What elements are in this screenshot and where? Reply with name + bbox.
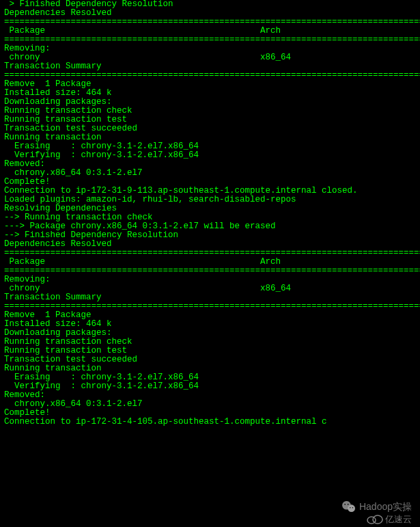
output-line: Verifying : chrony-3.1-2.el7.x86_64 [4, 151, 420, 160]
wechat-watermark: Hadoop实操 [341, 500, 412, 513]
cloud-icon [366, 513, 384, 524]
output-line: Dependencies Resolved [4, 9, 420, 18]
svg-point-7 [373, 515, 382, 524]
separator-line: ========================================… [4, 267, 420, 275]
separator-line: ========================================… [4, 36, 420, 44]
output-line: Connection to ip-172-31-4-105.ap-southea… [4, 418, 420, 427]
wechat-label: Hadoop实操 [359, 502, 412, 511]
output-line: chrony.x86_64 0:3.1-2.el7 [4, 169, 420, 178]
wechat-icon [341, 500, 356, 513]
output-line: chrony.x86_64 0:3.1-2.el7 [4, 400, 420, 409]
brand-watermark: 亿速云 [366, 513, 412, 524]
output-line: Transaction Summary [4, 62, 420, 71]
output-line: Verifying : chrony-3.1-2.el7.x86_64 [4, 382, 420, 391]
terminal-output: > Finished Dependency Resolution Depende… [4, 0, 420, 427]
table-header: Package Arch [4, 27, 420, 36]
output-line: Transaction Summary [4, 293, 420, 302]
table-header: Package Arch [4, 258, 420, 267]
svg-point-2 [344, 504, 346, 505]
brand-label: 亿速云 [385, 515, 412, 524]
svg-point-3 [348, 504, 349, 505]
svg-point-4 [350, 507, 350, 508]
svg-point-1 [348, 504, 355, 512]
output-line: Dependencies Resolved [4, 240, 420, 249]
svg-point-5 [352, 507, 353, 508]
